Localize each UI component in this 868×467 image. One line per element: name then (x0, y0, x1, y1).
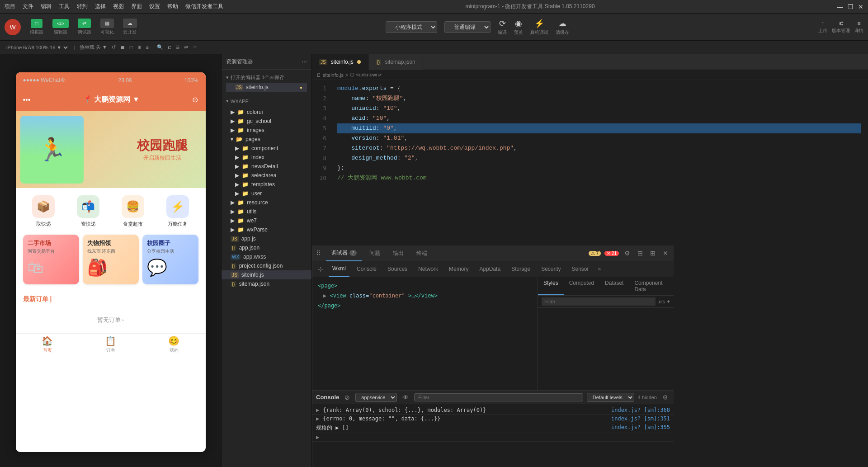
preview-action[interactable]: ◉ 预览 (514, 19, 523, 36)
menu-item-interface[interactable]: 界面 (131, 3, 142, 10)
console-eye-btn[interactable]: 👁 (401, 393, 410, 402)
menu-item-select[interactable]: 选择 (95, 3, 106, 10)
devtools-inspect-btn[interactable]: ⊹ (316, 264, 325, 274)
menu-item-help[interactable]: 帮助 (167, 3, 178, 10)
styles-filter-input[interactable] (542, 297, 656, 306)
menu-bar[interactable]: 项目 文件 编辑 工具 转到 选择 视图 界面 设置 帮助 微信开发者工具 (5, 3, 223, 10)
service-item-canteen[interactable]: 🍔 食堂超市 (113, 195, 154, 227)
console-row-3[interactable]: 规格的 ▶ [] index.js? [sm]:355 (312, 423, 674, 433)
tab-sources[interactable]: Sources (384, 261, 411, 277)
promo-lostfound[interactable]: 失物招领 找东西 还东西 🎒 (83, 235, 139, 284)
folder-colorui[interactable]: ▶ 📁 colorui (222, 108, 311, 117)
clear-cache-action[interactable]: ☁ 清缓存 (556, 19, 569, 36)
dom-page-close[interactable]: </page> (316, 301, 534, 311)
visualize-group[interactable]: ▦ 可视化 (100, 19, 114, 35)
details-button[interactable]: ≡ 详情 (854, 20, 863, 34)
avatar[interactable]: W (5, 19, 21, 35)
folder-pages[interactable]: ▾ 📂 pages (222, 135, 311, 144)
cloud-button[interactable]: ☁ (123, 19, 137, 28)
console-clear-btn[interactable]: ⊘ (343, 393, 352, 402)
devtools-tab-debugger[interactable]: 调试器 7 (326, 245, 362, 261)
hot-reload-toggle[interactable]: 热重载 关 ▼ (80, 44, 107, 51)
devtools-drag-handle[interactable]: ⠿ (316, 250, 321, 257)
tab-orders[interactable]: 📋 订单 (79, 334, 142, 356)
devtools-close-btn[interactable]: ✕ (661, 249, 670, 258)
tab-wxml[interactable]: Wxml (329, 261, 349, 277)
console-row-4[interactable]: ▶ (312, 433, 674, 442)
simulator-button[interactable]: □ (31, 19, 43, 28)
promo-campus[interactable]: 校园圈子 分享校园生活 💬 (142, 235, 198, 284)
folder-templates[interactable]: ▶ 📁 templates (222, 180, 311, 189)
menu-item-settings[interactable]: 设置 (149, 3, 160, 10)
folder-gc_school[interactable]: ▶ 📁 gc_school (222, 117, 311, 126)
devtools-tab-output[interactable]: 输出 (387, 245, 409, 261)
folder-newsdetail[interactable]: ▶ 📁 newsDetail (222, 162, 311, 171)
console-level-selector[interactable]: Default levels (587, 393, 634, 402)
tab-security[interactable]: Security (538, 261, 564, 277)
tab-sensor[interactable]: Sensor (568, 261, 593, 277)
console-source-1[interactable]: index.js? [sm]:368 (611, 407, 670, 413)
stop-icon[interactable]: ⏹ (120, 45, 125, 50)
folder-index[interactable]: ▶ 📁 index (222, 153, 311, 162)
real-debug-action[interactable]: ⚡ 真机调试 (530, 19, 548, 36)
devtools-tab-terminal[interactable]: 终端 (411, 245, 433, 261)
close-button[interactable]: ✕ (858, 3, 863, 10)
tab-network[interactable]: Network (415, 261, 442, 277)
search-icon[interactable]: 🔍 (157, 44, 163, 50)
console-row-1[interactable]: ▶ {rank: Array(0), school: {...}, module… (312, 406, 674, 415)
nav-more-btn[interactable]: ⊙ (192, 95, 198, 104)
device-selector[interactable]: iPhone 6/7/8 100% 16 ▼ (5, 44, 69, 51)
devtools-layout-btn[interactable]: ⊟ (636, 249, 645, 258)
styles-tab-dataset[interactable]: Dataset (599, 277, 629, 295)
menu-item-edit[interactable]: 编辑 (41, 3, 52, 10)
folder-user[interactable]: ▶ 📁 user (222, 189, 311, 198)
window-controls[interactable]: — ❐ ✕ (837, 3, 863, 10)
split-icon[interactable]: ⊟ (175, 44, 179, 50)
devtools-expand-btn[interactable]: ⊞ (648, 249, 657, 258)
dom-page-tag[interactable]: <page> (316, 281, 534, 291)
folder-selectarea[interactable]: ▶ 📁 selectarea (222, 171, 311, 180)
maximize-button[interactable]: ❐ (848, 3, 854, 10)
file-siteinfo[interactable]: JS siteinfo.js (222, 270, 311, 279)
menu-item-project[interactable]: 项目 (5, 3, 15, 10)
more-icon[interactable]: ≡ (146, 45, 149, 50)
editor-group[interactable]: </> 编辑器 (52, 19, 69, 35)
styles-tab-computed[interactable]: Computed (564, 277, 599, 295)
file-appjs[interactable]: JS app.js (222, 234, 311, 243)
tab-profile[interactable]: 😊 我的 (142, 334, 206, 356)
tab-home[interactable]: 🏠 首页 (16, 334, 79, 356)
tab-sitemap[interactable]: {} sitemap.json (368, 54, 423, 70)
devtools-settings-btn[interactable]: ⚙ (623, 249, 632, 258)
file-appwxss[interactable]: WX app.wxss (222, 252, 311, 261)
folder-wxparse[interactable]: ▶ 📁 wxParse (222, 225, 311, 234)
folder-resource[interactable]: ▶ 📁 resource (222, 198, 311, 207)
minimize-button[interactable]: — (837, 3, 843, 10)
folder-utils[interactable]: ▶ 📁 utils (222, 207, 311, 216)
devtools-tab-problems[interactable]: 问题 (364, 245, 386, 261)
console-source-2[interactable]: index.js? [sm]:351 (611, 415, 670, 422)
service-item-send[interactable]: 📬 寄快递 (68, 195, 109, 227)
file-appjson[interactable]: {} app.json (222, 243, 311, 252)
console-filter-input[interactable] (414, 393, 583, 401)
upload-button[interactable]: ↑ 上传 (818, 20, 827, 34)
open-file-siteinfo[interactable]: JS siteinfo.js ● (226, 83, 307, 92)
code-editor[interactable]: module.exports = { name: "校园跑腿", uniacid… (330, 80, 868, 245)
phone-icon[interactable]: □ (130, 45, 133, 50)
simulator-group[interactable]: □ 模拟器 (30, 19, 43, 35)
refresh-icon[interactable]: ↺ (112, 44, 116, 50)
folder-images[interactable]: ▶ 📁 images (222, 126, 311, 135)
tab-siteinfo[interactable]: JS siteinfo.js (312, 54, 368, 70)
sync-icon[interactable]: ⇌ (184, 44, 188, 50)
console-context-selector[interactable]: appservice (355, 393, 397, 402)
menu-item-file[interactable]: 文件 (23, 3, 33, 10)
menu-item-goto[interactable]: 转到 (77, 3, 88, 10)
debugger-button[interactable]: ⇌ (78, 19, 91, 28)
visualize-button[interactable]: ▦ (100, 19, 114, 28)
file-sitemap[interactable]: {} sitemap.json (222, 279, 311, 288)
service-item-task[interactable]: ⚡ 万能任务 (157, 195, 198, 227)
finger-icon[interactable]: ☞ (193, 44, 197, 50)
menu-item-view[interactable]: 视图 (113, 3, 124, 10)
dom-view-tag[interactable]: ▶ <view class="container" >…</view> (316, 291, 534, 301)
debugger-group[interactable]: ⇌ 调试器 (78, 19, 91, 35)
tab-memory[interactable]: Memory (445, 261, 472, 277)
